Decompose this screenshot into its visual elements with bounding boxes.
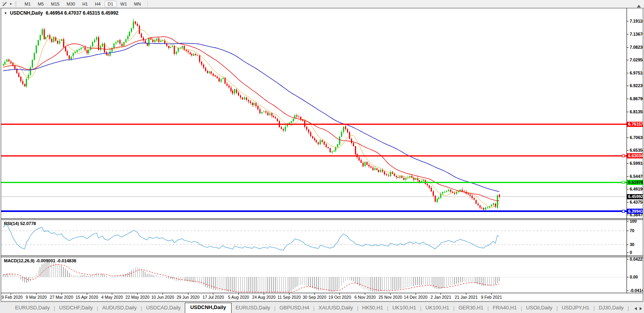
macd-label: MACD(12,26,9) -0.009001 -0.014838 — [4, 258, 76, 263]
tab-usoil-daily-13[interactable]: USOil,Daily — [522, 303, 556, 313]
chart-symbol: USDCNH,Daily — [10, 10, 43, 16]
tab-scroll-arrows — [634, 307, 642, 310]
price-label-6.63034: 6.63034 — [627, 153, 643, 158]
svg-text:6.59910: 6.59910 — [630, 161, 643, 166]
mt4-window: ▼ M1M5M15M30H1H4D1W1MN 7.191107.136707.0… — [0, 0, 644, 313]
svg-text:30: 30 — [630, 242, 634, 247]
collapse-icon[interactable]: ▼ — [4, 11, 7, 15]
svg-text:6.49190: 6.49190 — [630, 187, 643, 191]
toolbar: ▼ M1M5M15M30H1H4D1W1MN — [0, 0, 644, 8]
tab-scroll-right-icon[interactable] — [640, 307, 642, 310]
timeframe-button-m15[interactable]: M15 — [48, 1, 63, 7]
svg-text:100: 100 — [630, 219, 637, 223]
tab-usdjpy-h1-14[interactable]: USDJPY,H1 — [558, 303, 593, 313]
level-handle-6.63034 — [622, 155, 625, 157]
svg-text:7.02950: 7.02950 — [630, 57, 643, 62]
tab-usdcad-daily-3[interactable]: USDCAD,Daily — [142, 303, 184, 313]
level-handle-6.51976 — [622, 181, 625, 183]
bid-price-label: 6.45992 — [627, 194, 643, 199]
svg-text:6.76157: 6.76157 — [628, 122, 643, 126]
svg-text:30 Sep 2020: 30 Sep 2020 — [303, 295, 326, 300]
svg-text:9 Mar 2020: 9 Mar 2020 — [26, 295, 47, 300]
tab-fra40-h1-12[interactable]: FRA40,H1 — [489, 303, 521, 313]
timeframe-button-h4[interactable]: H4 — [92, 1, 104, 7]
svg-text:2 Jan 2021: 2 Jan 2021 — [431, 295, 451, 300]
chart-title: ▼ USDCNH,Daily 6.46954 6.47037 6.45315 6… — [4, 10, 119, 16]
timeframe-button-mn[interactable]: MN — [131, 1, 144, 7]
cursor-tool-icon[interactable] — [1, 1, 8, 7]
svg-text:29 Jun 2020: 29 Jun 2020 — [176, 295, 199, 300]
svg-text:6.39941: 6.39941 — [628, 209, 643, 214]
price-label-6.39941: 6.39941 — [627, 209, 643, 214]
svg-text:7.19110: 7.19110 — [630, 19, 643, 23]
tab-hk50-h1-8[interactable]: HK50,H1 — [358, 303, 387, 313]
svg-text:19 Oct 2020: 19 Oct 2020 — [328, 295, 351, 300]
svg-text:10 Jun 2020: 10 Jun 2020 — [151, 295, 174, 300]
svg-text:25 Nov 2020: 25 Nov 2020 — [379, 295, 402, 300]
timeframe-button-m5[interactable]: M5 — [34, 1, 47, 7]
svg-text:6.45992: 6.45992 — [628, 194, 643, 199]
timeframe-button-m30[interactable]: M30 — [63, 1, 78, 7]
svg-text:70: 70 — [630, 228, 634, 233]
svg-text:17 Jul 2020: 17 Jul 2020 — [203, 295, 224, 300]
chart-canvas[interactable]: 7.191107.136707.082307.029506.975106.922… — [1, 8, 643, 301]
svg-text:5 Aug 2020: 5 Aug 2020 — [228, 295, 249, 300]
toolbar-overflow-icon[interactable] — [637, 5, 641, 8]
price-label-6.51976: 6.51976 — [627, 180, 643, 185]
svg-text:6.70630: 6.70630 — [630, 135, 643, 140]
svg-text:24 Aug 2020: 24 Aug 2020 — [252, 295, 276, 300]
svg-text:21 Jan 2021: 21 Jan 2021 — [455, 295, 478, 300]
svg-text:0: 0 — [630, 250, 632, 255]
tab-ger30-h1-11[interactable]: GER30,H1 — [454, 303, 487, 313]
timeframe-button-w1[interactable]: W1 — [117, 1, 130, 7]
svg-text:6.92230: 6.92230 — [630, 83, 643, 88]
svg-text:7.08230: 7.08230 — [630, 45, 643, 50]
tab-eurusd-daily-0[interactable]: EURUSD,Daily — [11, 303, 54, 313]
svg-text:9 Feb 2021: 9 Feb 2021 — [481, 295, 502, 300]
toolbar-grip — [15, 2, 18, 7]
tab-eurusd-daily-5[interactable]: EURUSD,Daily — [232, 303, 274, 313]
svg-text:-0.04148: -0.04148 — [630, 288, 643, 293]
timeframe-buttons: M1M5M15M30H1H4D1W1MN — [21, 0, 144, 8]
rsi-label: RSI(14) 52.0778 — [4, 221, 36, 226]
tab-xauusd-daily-7[interactable]: XAUUSD,Daily — [314, 303, 357, 313]
tab-usdchf-daily-1[interactable]: USDCHF,Daily — [55, 303, 97, 313]
tab-scroll-left-icon[interactable] — [634, 307, 637, 310]
price-label-6.76157: 6.76157 — [627, 122, 643, 127]
timeframe-button-d1[interactable]: D1 — [105, 1, 117, 7]
svg-text:6.54470: 6.54470 — [630, 174, 643, 179]
svg-text:11 Sep 2020: 11 Sep 2020 — [278, 295, 301, 300]
svg-text:19 Feb 2020: 19 Feb 2020 — [1, 295, 23, 300]
chart-ohlc: 6.46954 6.47037 6.45315 6.45992 — [46, 10, 119, 16]
timeframe-button-m1[interactable]: M1 — [21, 1, 34, 7]
chart-tab-bar: EURUSD,Daily|USDCHF,Daily|AUDUSD,Daily|U… — [0, 302, 644, 313]
level-handle-6.39941 — [622, 210, 625, 212]
svg-text:22 May 2020: 22 May 2020 — [125, 295, 150, 300]
svg-text:6.51976: 6.51976 — [628, 180, 643, 185]
tab-dj30-daily-15[interactable]: DJ30,Daily — [595, 303, 628, 313]
chart-tabs: EURUSD,Daily|USDCHF,Daily|AUDUSD,Daily|U… — [0, 302, 632, 313]
svg-text:0.00: 0.00 — [630, 275, 638, 279]
timeframe-button-h1[interactable]: H1 — [79, 1, 91, 7]
tab-china300-h1-16[interactable]: CHINA300,H1 — [629, 303, 632, 313]
toolbar-separator — [148, 1, 148, 7]
tab-uk100-h1-10[interactable]: UK100,H1 — [422, 303, 453, 313]
svg-text:15 Apr 2020: 15 Apr 2020 — [76, 295, 98, 300]
svg-text:6.97510: 6.97510 — [630, 71, 643, 75]
svg-text:6.63034: 6.63034 — [628, 153, 643, 158]
chart-window: 7.191107.136707.082307.029506.975106.922… — [1, 8, 643, 302]
svg-text:4 May 2020: 4 May 2020 — [101, 295, 123, 300]
tab-uk100-h1-9[interactable]: UK100,H1 — [388, 303, 420, 313]
svg-text:6 Nov 2020: 6 Nov 2020 — [355, 295, 376, 300]
svg-text:14 Dec 2020: 14 Dec 2020 — [404, 295, 427, 300]
tab-gbpusd-h4-6[interactable]: GBPUSD,H4 — [276, 303, 313, 313]
svg-text:0.042275: 0.042275 — [630, 257, 643, 261]
svg-text:6.86790: 6.86790 — [630, 96, 643, 101]
svg-text:6.65350: 6.65350 — [630, 148, 643, 153]
svg-text:6.43750: 6.43750 — [630, 200, 643, 204]
svg-text:27 Mar 2020: 27 Mar 2020 — [50, 295, 73, 300]
tab-audusd-daily-2[interactable]: AUDUSD,Daily — [98, 303, 140, 313]
svg-text:6.81350: 6.81350 — [630, 109, 643, 114]
tab-usdcnh-daily-4[interactable]: USDCNH,Daily — [185, 303, 232, 313]
cursor-tool-dropdown-icon[interactable]: ▼ — [8, 2, 13, 6]
